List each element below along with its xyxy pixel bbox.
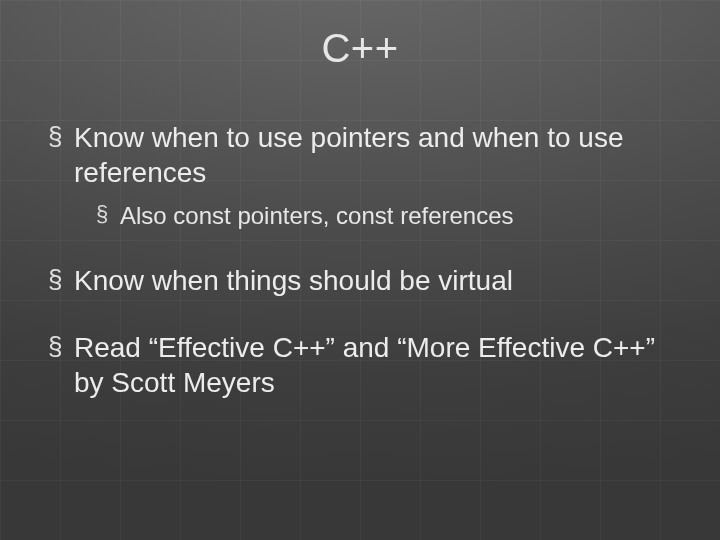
bullet-text: Read “Effective C++” and “More Effective… [74, 332, 655, 398]
bullet-item: Know when to use pointers and when to us… [48, 120, 672, 231]
sub-bullet-text: Also const pointers, const references [120, 202, 514, 229]
bullet-text: Know when to use pointers and when to us… [74, 122, 623, 188]
slide: C++ Know when to use pointers and when t… [0, 0, 720, 540]
sub-bullet-list: Also const pointers, const references [74, 200, 672, 231]
slide-content: Know when to use pointers and when to us… [48, 120, 672, 432]
bullet-text: Know when things should be virtual [74, 265, 513, 296]
bullet-item: Know when things should be virtual [48, 263, 672, 298]
sub-bullet-item: Also const pointers, const references [96, 200, 672, 231]
bullet-list: Know when to use pointers and when to us… [48, 120, 672, 400]
slide-title: C++ [0, 26, 720, 71]
bullet-item: Read “Effective C++” and “More Effective… [48, 330, 672, 400]
